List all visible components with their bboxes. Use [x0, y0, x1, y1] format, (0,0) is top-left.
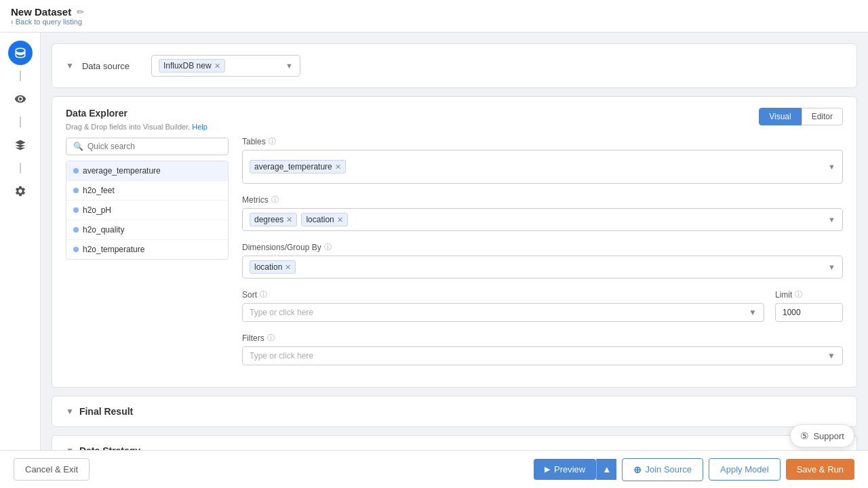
table-item-h2o-quality[interactable]: h2o_quality — [66, 220, 228, 240]
limit-field: Limit ⓘ — [775, 289, 843, 322]
dimensions-label: Dimensions/Group By — [242, 243, 321, 252]
preview-toggle-button[interactable]: ▲ — [596, 459, 616, 480]
sort-dropdown-arrow: ▼ — [749, 308, 757, 317]
metrics-tag-degrees: degrees ✕ — [250, 213, 297, 226]
metrics-dropdown-arrow: ▼ — [828, 216, 835, 224]
sort-select[interactable]: Type or click here ▼ — [242, 303, 764, 322]
preview-button[interactable]: ▶ Preview — [534, 459, 596, 480]
drag-hint-text: Drag & Drop fields into Visual Builder. — [66, 123, 190, 131]
table-dot-icon — [73, 188, 79, 193]
filters-label: Filters — [242, 333, 264, 343]
search-box[interactable]: 🔍 — [66, 138, 229, 155]
metrics-tag-location: location ✕ — [301, 213, 347, 226]
final-result-chevron-icon[interactable]: ▼ — [66, 407, 74, 416]
page-title: New Dataset — [11, 6, 71, 18]
tables-row: Tables ⓘ average_temperature ✕ ▼ — [242, 136, 843, 184]
remove-table-icon[interactable]: ✕ — [335, 163, 341, 171]
back-link[interactable]: Back to query listing — [16, 18, 82, 26]
sort-field: Sort ⓘ Type or click here ▼ — [242, 289, 764, 322]
limit-label: Limit — [775, 290, 792, 300]
sidebar-icon-gear[interactable] — [8, 179, 33, 203]
help-link[interactable]: Help — [192, 123, 208, 131]
filters-placeholder: Type or click here — [250, 351, 313, 361]
dimensions-tag-location: location ✕ — [250, 260, 296, 274]
back-arrow-icon: ‹ — [11, 18, 14, 26]
sort-limit-row: Sort ⓘ Type or click here ▼ Limit — [242, 289, 843, 322]
join-source-button[interactable]: ⊕ Join Source — [622, 458, 703, 481]
sidebar-icon-database[interactable] — [8, 41, 33, 65]
remove-location-metric-icon[interactable]: ✕ — [337, 216, 343, 224]
dimensions-row: Dimensions/Group By ⓘ location ✕ ▼ — [242, 242, 843, 279]
support-button[interactable]: ⑤ Support — [790, 424, 854, 447]
sort-help-icon: ⓘ — [260, 289, 267, 300]
datasource-dropdown-arrow: ▼ — [285, 62, 293, 70]
metrics-row: Metrics ⓘ degrees ✕ location ✕ — [242, 195, 843, 231]
editor-view-button[interactable]: Editor — [802, 108, 843, 125]
data-strategy-section: ▼ Data Strategy — [52, 435, 857, 450]
tables-label: Tables — [242, 137, 266, 146]
plus-icon: ⊕ — [633, 464, 642, 475]
sidebar-icon-layers[interactable] — [8, 133, 33, 157]
table-dot-icon — [73, 247, 79, 252]
table-item-h2o-temperature[interactable]: h2o_temperature — [66, 240, 228, 259]
table-dot-icon — [73, 168, 79, 174]
data-source-select[interactable]: InfluxDB new ✕ ▼ — [151, 55, 300, 77]
bottom-toolbar: Cancel & Exit ▶ Preview ▲ ⊕ Join Source … — [0, 450, 868, 488]
data-source-label: Data source — [82, 61, 143, 71]
remove-degrees-icon[interactable]: ✕ — [286, 216, 292, 224]
limit-input[interactable] — [775, 303, 843, 322]
save-run-button[interactable]: Save & Run — [786, 459, 854, 480]
tables-select[interactable]: average_temperature ✕ ▼ — [242, 150, 843, 184]
tables-help-icon: ⓘ — [269, 136, 276, 146]
data-explorer-title: Data Explorer — [66, 108, 229, 119]
dimensions-dropdown-arrow: ▼ — [828, 263, 835, 271]
filters-select[interactable]: Type or click here ▼ — [242, 346, 843, 365]
table-dot-icon — [73, 207, 79, 213]
table-list: average_temperature h2o_feet h2o_pH — [66, 161, 229, 260]
final-result-section: ▼ Final Result — [52, 396, 857, 427]
tables-tag-average-temperature: average_temperature ✕ — [250, 160, 346, 174]
preview-button-group: ▶ Preview ▲ — [534, 459, 616, 480]
visual-view-button[interactable]: Visual — [759, 108, 801, 125]
apply-model-button[interactable]: Apply Model — [709, 458, 781, 481]
dimensions-help-icon: ⓘ — [324, 242, 332, 252]
filters-dropdown-arrow: ▼ — [827, 351, 835, 361]
search-icon: 🔍 — [73, 142, 83, 151]
sort-placeholder: Type or click here — [250, 308, 313, 317]
metrics-select[interactable]: degrees ✕ location ✕ ▼ — [242, 208, 843, 231]
metrics-help-icon: ⓘ — [271, 195, 279, 205]
table-item-h2o-feet[interactable]: h2o_feet — [66, 181, 228, 201]
support-icon: ⑤ — [800, 430, 809, 441]
table-item-average-temperature[interactable]: average_temperature — [66, 161, 228, 181]
table-item-h2o-ph[interactable]: h2o_pH — [66, 201, 228, 220]
dimensions-select[interactable]: location ✕ ▼ — [242, 256, 843, 279]
table-dot-icon — [73, 227, 79, 232]
sort-label: Sort — [242, 290, 257, 300]
chevron-down-icon: ▼ — [66, 61, 74, 70]
limit-help-icon: ⓘ — [795, 289, 802, 300]
play-icon: ▶ — [545, 465, 550, 474]
metrics-label: Metrics — [242, 195, 269, 205]
final-result-label: Final Result — [79, 406, 133, 417]
filters-help-icon: ⓘ — [267, 333, 275, 343]
edit-icon[interactable]: ✏ — [77, 7, 84, 17]
cancel-exit-button[interactable]: Cancel & Exit — [14, 458, 90, 481]
data-strategy-label: Data Strategy — [79, 445, 140, 450]
remove-datasource-icon[interactable]: ✕ — [214, 62, 220, 70]
filters-row: Filters ⓘ Type or click here ▼ — [242, 333, 843, 365]
tables-dropdown-arrow: ▼ — [828, 163, 835, 171]
search-input[interactable] — [87, 142, 221, 151]
remove-location-dim-icon[interactable]: ✕ — [285, 263, 291, 272]
sidebar-icon-eye[interactable] — [8, 87, 33, 111]
